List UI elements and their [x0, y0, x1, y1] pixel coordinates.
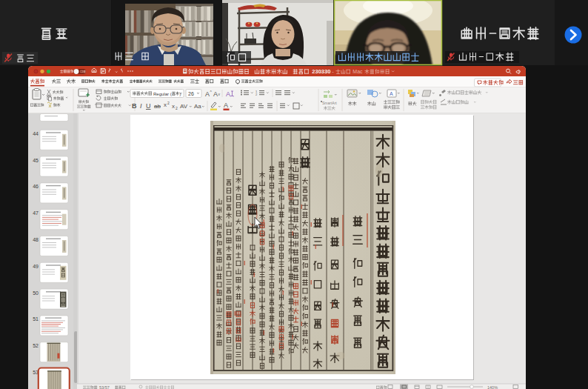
svg-text:45: 45	[33, 158, 39, 163]
svg-text:49: 49	[33, 264, 39, 269]
svg-text:x: x	[172, 103, 175, 110]
svg-text:52: 52	[33, 343, 39, 348]
svg-text:A: A	[390, 91, 393, 96]
svg-text:230330: 230330	[312, 68, 330, 75]
svg-text:2: 2	[176, 106, 178, 110]
svg-text:A: A	[213, 90, 218, 98]
svg-text:2: 2	[167, 101, 170, 105]
svg-text:140%: 140%	[487, 385, 498, 389]
svg-text:47: 47	[33, 210, 39, 216]
svg-text:26: 26	[188, 91, 194, 96]
svg-text:AV: AV	[180, 103, 188, 110]
svg-text:Aa: Aa	[194, 103, 201, 110]
svg-text:Regular (: Regular (	[153, 92, 172, 96]
svg-text:B: B	[132, 102, 137, 110]
svg-text:Mac: Mac	[353, 69, 363, 74]
svg-text:51: 51	[33, 316, 39, 322]
svg-text:50: 50	[33, 290, 39, 296]
svg-text:48: 48	[33, 237, 39, 242]
svg-text:A: A	[224, 102, 228, 109]
svg-text:53/57: 53/57	[99, 385, 110, 389]
svg-text:ab: ab	[154, 103, 161, 110]
svg-text:A: A	[205, 90, 210, 98]
svg-text:x: x	[164, 102, 167, 108]
svg-text:U: U	[146, 102, 151, 110]
svg-text:A: A	[226, 90, 230, 98]
svg-text:SmartArt: SmartArt	[322, 101, 337, 105]
svg-text:44: 44	[33, 131, 39, 136]
svg-text:46: 46	[33, 184, 39, 189]
